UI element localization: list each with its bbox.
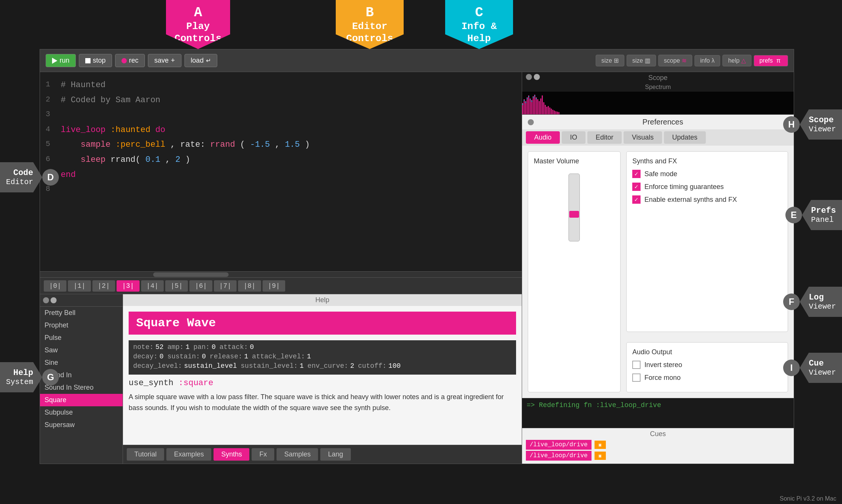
prefs-tab-visuals[interactable]: Visuals: [624, 131, 662, 144]
rec-button[interactable]: rec: [115, 54, 145, 67]
info-button[interactable]: info λ: [694, 55, 720, 66]
help-button[interactable]: help △: [722, 55, 751, 66]
svg-rect-16: [545, 105, 546, 114]
help-item-subpulse[interactable]: Subpulse: [40, 406, 123, 419]
help-item-supersaw[interactable]: Supersaw: [40, 419, 123, 431]
info-icon: λ: [711, 57, 714, 64]
code-line-6: 6 sleep rrand( 0.1 , 2 ): [46, 152, 516, 167]
prefs-tab-audio[interactable]: Audio: [526, 131, 560, 144]
help-tab-synths[interactable]: Synths: [214, 448, 249, 461]
volume-slider[interactable]: [569, 174, 580, 241]
prefs-close-btn[interactable]: [528, 119, 534, 125]
annotation-f: F Log Viewer: [783, 287, 842, 317]
help-item-saw[interactable]: Saw: [40, 344, 123, 356]
prefs-content: Master Volume Synths and FX: [522, 146, 794, 398]
synths-fx-label: Synths and FX: [632, 157, 782, 165]
log-entry: => Redefining fn :live_loop_drive: [527, 401, 789, 409]
prefs-button[interactable]: prefs π: [754, 55, 788, 66]
help-panel: Pretty Bell Prophet Pulse Saw Sine Sound…: [40, 294, 522, 464]
svg-rect-19: [549, 108, 550, 114]
tab-8[interactable]: |8|: [238, 280, 261, 292]
prefs-tab-editor[interactable]: Editor: [587, 131, 622, 144]
checkbox-external-synths: Enable external synths and FX: [632, 195, 782, 204]
code-line-2: 2 # Coded by Sam Aaron: [46, 93, 516, 108]
svg-rect-18: [548, 106, 549, 114]
run-button[interactable]: run: [46, 54, 76, 67]
invert-stereo-checkbox[interactable]: [632, 361, 641, 369]
arrow-b: B EditorControls: [336, 0, 404, 49]
tab-1[interactable]: |1|: [68, 280, 91, 292]
spectrum-label: Spectrum: [522, 84, 794, 92]
size-btn-1[interactable]: size ⊞: [596, 55, 624, 66]
right-prefs-sections: Synths and FX Safe mode Enforce timing g…: [626, 151, 788, 392]
scope-viewer: Scope Spectrum: [522, 72, 794, 115]
cue-header: Cues: [526, 430, 790, 438]
save-button[interactable]: save +: [148, 54, 181, 67]
help-tab-samples[interactable]: Samples: [277, 448, 318, 461]
svg-rect-17: [546, 107, 547, 114]
scope-button[interactable]: scope ≋: [658, 55, 692, 66]
svg-rect-8: [533, 96, 534, 114]
checkbox-invert-stereo: Invert stereo: [632, 361, 782, 369]
help-content[interactable]: Square Wave note:52 amp:1 pan:0 attack:0: [123, 306, 522, 445]
stop-button[interactable]: stop: [79, 54, 112, 67]
minimize-btn[interactable]: [51, 297, 57, 303]
size-btn-2[interactable]: size ▥: [627, 55, 656, 66]
load-button[interactable]: load ↵: [184, 54, 217, 67]
params-row-3: decay_level:sustain_level sustain_level:…: [133, 362, 512, 370]
help-tab-fx[interactable]: Fx: [252, 448, 274, 461]
help-tab-lang[interactable]: Lang: [320, 448, 350, 461]
help-item-pulse[interactable]: Pulse: [40, 332, 123, 344]
svg-rect-0: [522, 92, 794, 114]
synths-fx-section: Synths and FX Safe mode Enforce timing g…: [626, 151, 788, 332]
svg-rect-4: [527, 97, 528, 114]
scrollbar-thumb[interactable]: [153, 272, 229, 277]
tab-4[interactable]: |4|: [141, 280, 164, 292]
svg-rect-6: [530, 98, 531, 114]
svg-rect-11: [537, 99, 538, 114]
force-mono-checkbox[interactable]: [632, 373, 641, 382]
code-area[interactable]: 1 # Haunted 2 # Coded by Sam Aaron 3 4 l…: [40, 72, 522, 271]
help-tab-examples[interactable]: Examples: [166, 448, 211, 461]
tab-5[interactable]: |5|: [165, 280, 188, 292]
stop-icon: [85, 58, 91, 63]
external-synths-checkbox[interactable]: [632, 195, 641, 204]
code-scrollbar[interactable]: [40, 271, 522, 277]
rec-icon: [121, 58, 127, 63]
help-tab-tutorial[interactable]: Tutorial: [127, 448, 164, 461]
help-item-square[interactable]: Square: [40, 394, 123, 406]
close-btn[interactable]: [43, 297, 49, 303]
safe-mode-checkbox[interactable]: [632, 170, 641, 178]
svg-rect-32: [531, 101, 532, 102]
svg-rect-29: [527, 98, 528, 99]
prefs-close-dot[interactable]: [528, 119, 534, 125]
tab-6[interactable]: |6|: [189, 280, 212, 292]
volume-handle[interactable]: [569, 211, 579, 218]
code-line-1: 1 # Haunted: [46, 78, 516, 93]
run-icon: [52, 58, 57, 64]
svg-rect-10: [536, 97, 537, 114]
app-window: run stop rec save + load ↵ size ⊞ size ▥: [40, 49, 794, 464]
toolbar-right: size ⊞ size ▥ scope ≋ info λ help △ pref…: [596, 55, 788, 66]
tab-2[interactable]: |2|: [92, 280, 115, 292]
help-item-prophet[interactable]: Prophet: [40, 319, 123, 332]
help-description: A simple square wave with a low pass fil…: [129, 392, 516, 413]
annotation-d: Code Editor D: [0, 162, 59, 192]
cue-icon-2: ▣: [595, 452, 606, 460]
timing-checkbox[interactable]: [632, 183, 641, 191]
tab-0[interactable]: |0|: [44, 280, 66, 292]
arrow-a: A Play Controls: [91, 0, 230, 49]
scope-min-btn[interactable]: [534, 74, 540, 80]
tab-9[interactable]: |9|: [263, 280, 285, 292]
svg-rect-28: [525, 102, 526, 103]
params-row-1: note:52 amp:1 pan:0 attack:0: [133, 343, 512, 351]
checkbox-safe-mode: Safe mode: [632, 170, 782, 178]
scope-close-btn[interactable]: [526, 74, 532, 80]
prefs-tab-updates[interactable]: Updates: [664, 131, 706, 144]
prefs-icon: π: [774, 57, 782, 65]
help-item-prettybell[interactable]: Pretty Bell: [40, 307, 123, 319]
help-top-bar: Help: [123, 294, 522, 306]
tab-7[interactable]: |7|: [214, 280, 237, 292]
prefs-tab-io[interactable]: IO: [562, 131, 585, 144]
tab-3[interactable]: |3|: [117, 280, 139, 292]
